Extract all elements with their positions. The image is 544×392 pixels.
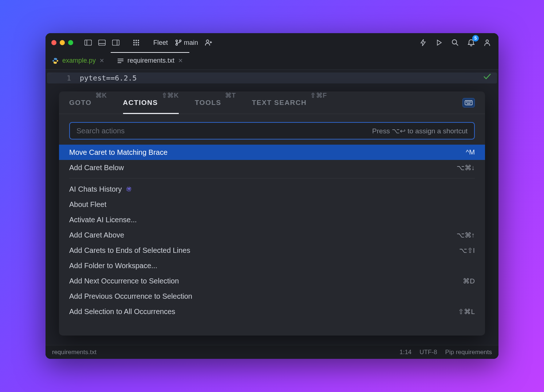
action-label: Add Folder to Workspace... xyxy=(69,262,475,270)
status-position[interactable]: 1:14 xyxy=(399,349,411,356)
action-label: Move Caret to Matching Brace xyxy=(69,148,466,157)
action-shortcut: ⇧⌘L xyxy=(458,307,475,316)
panel-left-icon[interactable] xyxy=(83,37,94,48)
panel-bottom-icon[interactable] xyxy=(96,37,107,48)
app-window: Fleet main 5 xyxy=(46,33,498,359)
apps-grid-icon[interactable] xyxy=(131,37,142,48)
action-item[interactable]: Add Caret Above ⌥⌘↑ xyxy=(59,227,485,243)
palette-tabs: GOTO ⌘K ACTIONS ⇧⌘K TOOLS ⌘T TEXT SEARCH… xyxy=(59,91,485,114)
status-encoding[interactable]: UTF-8 xyxy=(419,349,437,356)
action-item[interactable]: AI Chats History ֍ xyxy=(59,181,485,197)
action-label: Add Selection to All Occurrences xyxy=(69,307,458,316)
account-icon[interactable] xyxy=(482,37,493,48)
svg-point-16 xyxy=(176,44,178,46)
statusbar: requirements.txt 1:14 UTF-8 Pip requirem… xyxy=(46,345,498,359)
palette-tab-text-search[interactable]: TEXT SEARCH ⇧⌘F xyxy=(252,91,327,114)
search-container: Press ⌥↩ to assign a shortcut xyxy=(59,114,485,143)
svg-point-18 xyxy=(206,40,209,43)
svg-rect-4 xyxy=(113,40,119,46)
window-maximize-button[interactable] xyxy=(68,40,73,45)
search-input[interactable] xyxy=(76,127,372,135)
tab-label: example.py xyxy=(62,57,96,64)
action-item[interactable]: Move Caret to Matching Brace ^M xyxy=(59,145,485,160)
palette-tab-tools[interactable]: TOOLS ⌘T xyxy=(195,91,236,114)
action-item[interactable]: About Fleet xyxy=(59,197,485,212)
window-close-button[interactable] xyxy=(51,40,56,45)
action-item[interactable]: Add Next Occurrence to Selection ⌘D xyxy=(59,273,485,289)
action-item[interactable]: Add Carets to Ends of Selected Lines ⌥⇧I xyxy=(59,243,485,258)
svg-point-19 xyxy=(452,40,457,44)
lines-icon xyxy=(117,58,124,63)
close-icon[interactable]: ✕ xyxy=(99,57,104,64)
palette-tab-label: ACTIONS xyxy=(123,99,158,107)
palette-tab-label: TOOLS xyxy=(195,99,221,107)
branch-icon xyxy=(175,39,182,46)
search-icon[interactable] xyxy=(450,37,461,48)
svg-point-9 xyxy=(133,42,135,43)
action-shortcut: ⌥⌘↓ xyxy=(457,164,475,172)
editor-tabs: example.py ✕ requirements.txt ✕ xyxy=(46,52,498,70)
spiral-icon: ֍ xyxy=(126,185,132,193)
svg-rect-0 xyxy=(85,40,92,46)
search-hint: Press ⌥↩ to assign a shortcut xyxy=(372,127,468,135)
command-palette: GOTO ⌘K ACTIONS ⇧⌘K TOOLS ⌘T TEXT SEARCH… xyxy=(59,91,485,336)
svg-point-12 xyxy=(133,44,135,46)
status-file[interactable]: requirements.txt xyxy=(52,349,96,356)
action-label: Add Next Occurrence to Selection xyxy=(69,277,463,285)
window-minimize-button[interactable] xyxy=(60,40,65,45)
line-number: 1 xyxy=(47,74,80,82)
action-shortcut: ⌥⇧I xyxy=(459,246,475,255)
action-item[interactable]: Add Caret Below ⌥⌘↓ xyxy=(59,160,485,175)
branch-name: main xyxy=(184,39,198,47)
action-item[interactable]: Activate AI License... xyxy=(59,212,485,227)
git-branch-selector[interactable]: main xyxy=(173,39,200,47)
svg-point-25 xyxy=(466,102,467,102)
action-label: Activate AI License... xyxy=(69,216,475,224)
action-item[interactable]: Add Previous Occurrence to Selection xyxy=(59,289,485,304)
status-file-type[interactable]: Pip requirements xyxy=(445,349,492,356)
titlebar: Fleet main 5 xyxy=(46,33,498,52)
notification-badge: 5 xyxy=(472,35,479,42)
action-shortcut: ⌥⌘↑ xyxy=(457,231,475,239)
lightning-icon[interactable] xyxy=(418,37,429,48)
action-label: About Fleet xyxy=(69,200,475,209)
traffic-lights xyxy=(51,40,73,45)
python-icon xyxy=(52,58,59,64)
action-item[interactable]: Add Selection to All Occurrences ⇧⌘L xyxy=(59,304,485,319)
search-box: Press ⌥↩ to assign a shortcut xyxy=(69,122,475,140)
palette-tab-actions[interactable]: ACTIONS ⇧⌘K xyxy=(123,91,179,114)
action-shortcut: ⌘D xyxy=(463,277,475,285)
notifications-icon[interactable]: 5 xyxy=(466,37,477,48)
panel-right-icon[interactable] xyxy=(110,37,121,48)
action-item[interactable]: Add Folder to Workspace... xyxy=(59,258,485,273)
palette-tab-shortcut: ⌘K xyxy=(95,91,107,99)
svg-point-26 xyxy=(468,102,468,102)
code-line: 1 pytest==6.2.5 xyxy=(47,72,497,83)
svg-rect-24 xyxy=(465,101,472,105)
palette-tab-shortcut: ⇧⌘F xyxy=(310,91,327,99)
palette-tab-label: GOTO xyxy=(69,99,92,107)
run-icon[interactable] xyxy=(434,37,445,48)
svg-point-8 xyxy=(138,40,139,41)
keyboard-icon[interactable] xyxy=(462,98,475,107)
divider xyxy=(69,178,475,179)
action-label: Add Caret Below xyxy=(69,164,457,172)
palette-tab-label: TEXT SEARCH xyxy=(252,99,307,107)
check-icon[interactable] xyxy=(483,73,491,80)
svg-point-27 xyxy=(469,102,470,102)
app-name[interactable]: Fleet xyxy=(151,39,170,47)
palette-tab-shortcut: ⇧⌘K xyxy=(162,91,179,99)
add-user-icon[interactable] xyxy=(203,37,214,48)
svg-point-14 xyxy=(138,44,139,46)
tab-label: requirements.txt xyxy=(127,57,174,64)
svg-rect-2 xyxy=(99,40,106,46)
action-list[interactable]: Move Caret to Matching Brace ^M Add Care… xyxy=(59,143,485,336)
tab-requirements-txt[interactable]: requirements.txt ✕ xyxy=(111,52,189,69)
action-shortcut: ^M xyxy=(466,148,475,156)
tab-example-py[interactable]: example.py ✕ xyxy=(46,52,111,69)
action-label: Add Previous Occurrence to Selection xyxy=(69,292,475,301)
action-label: AI Chats History ֍ xyxy=(69,185,475,193)
palette-tab-goto[interactable]: GOTO ⌘K xyxy=(69,91,107,114)
svg-point-13 xyxy=(135,44,137,46)
close-icon[interactable]: ✕ xyxy=(178,57,183,64)
